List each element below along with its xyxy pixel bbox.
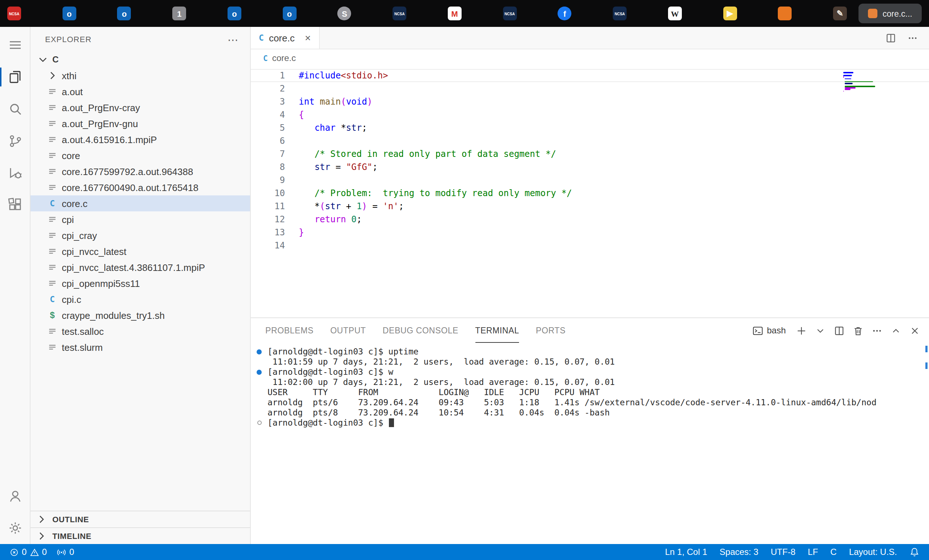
- editor-tab-core-c[interactable]: C core.c ×: [251, 27, 319, 49]
- tree-item-xthi[interactable]: xthi: [31, 67, 250, 84]
- browser-tab-ncsa-red[interactable]: NCSA: [7, 6, 21, 20]
- tree-item-core[interactable]: core: [31, 147, 250, 164]
- panel-tab-output[interactable]: OUTPUT: [330, 318, 366, 343]
- minimap[interactable]: [843, 72, 888, 94]
- file-label: cpi_cray: [62, 230, 97, 241]
- browser-tab-ncsa-shield-1[interactable]: NCSA: [392, 6, 406, 20]
- browser-tab-pencil-site[interactable]: ✎: [833, 6, 847, 20]
- shell-file-icon: $: [46, 310, 59, 320]
- tree-item-cpi_nvcc_latest[interactable]: cpi_nvcc_latest: [31, 243, 250, 259]
- kill-terminal-trash-icon[interactable]: [853, 325, 863, 336]
- browser-tab-ncsa-shield-3[interactable]: NCSA: [613, 6, 627, 20]
- sidebar-section-outline[interactable]: OUTLINE: [31, 511, 250, 527]
- tree-item-a.out_PrgEnv-gnu[interactable]: a.out_PrgEnv-gnu: [31, 115, 250, 132]
- explorer-more-icon[interactable]: ⋯: [227, 34, 238, 45]
- terminal[interactable]: [arnoldg@dt-login03 c]$ uptime 11:01:59 …: [251, 343, 929, 544]
- browser-tab-ncsa-shield-2[interactable]: NCSA: [503, 6, 517, 20]
- panel-tab-terminal[interactable]: TERMINAL: [475, 318, 519, 343]
- browser-tab-outlook-1[interactable]: o: [62, 6, 76, 20]
- panel-tab-ports[interactable]: PORTS: [536, 318, 566, 343]
- tree-item-cpi_cray[interactable]: cpi_cray: [31, 227, 250, 243]
- breadcrumb[interactable]: C core.c: [251, 49, 929, 67]
- tree-item-cpi[interactable]: cpi: [31, 211, 250, 227]
- browser-tab-wikipedia[interactable]: W: [668, 6, 682, 20]
- panel-tab-debug-console[interactable]: DEBUG CONSOLE: [383, 318, 458, 343]
- browser-tab-numbered-1[interactable]: 1: [172, 6, 186, 20]
- panel-more-icon[interactable]: [872, 325, 883, 336]
- tree-item-test.slurm[interactable]: test.slurm: [31, 339, 250, 355]
- close-icon[interactable]: ×: [305, 33, 311, 43]
- tree-item-test.salloc[interactable]: test.salloc: [31, 323, 250, 339]
- file-label: xthi: [62, 70, 76, 81]
- split-terminal-icon[interactable]: [834, 325, 845, 336]
- code-line: 10 /* Problem: trying to modify read onl…: [251, 187, 929, 200]
- app-root: NCSAoo1ooSNCSAMNCSAfNCSAW▶✎ core.c...: [0, 0, 929, 560]
- line-number: 9: [251, 174, 285, 187]
- settings-gear-icon[interactable]: [0, 512, 30, 544]
- file-label: a.out.4.615916.1.mpiP: [62, 134, 157, 145]
- tree-item-core.c[interactable]: Ccore.c: [31, 195, 250, 211]
- tree-item-core.1677599792.a.out.964388[interactable]: core.1677599792.a.out.964388: [31, 164, 250, 179]
- command-decoration-icon[interactable]: [257, 369, 262, 375]
- extensions-icon[interactable]: [0, 189, 30, 221]
- editor-more-icon[interactable]: [907, 32, 918, 43]
- code-editor[interactable]: 1#include<stdio.h>23int main(void)4{5 ch…: [251, 67, 929, 317]
- account-icon[interactable]: [0, 480, 30, 512]
- error-icon: [9, 547, 19, 557]
- ports-count: 0: [69, 547, 74, 557]
- chevron-down-icon[interactable]: [815, 325, 826, 336]
- active-tab-favicon: [868, 9, 877, 18]
- browser-tab-facebook[interactable]: f: [558, 6, 572, 20]
- browser-tab-outlook-4[interactable]: o: [282, 6, 296, 20]
- browser-tab-outlook-2[interactable]: o: [117, 6, 131, 20]
- source-control-icon[interactable]: [0, 125, 30, 157]
- tree-item-cpi_openmpi5ss11[interactable]: cpi_openmpi5ss11: [31, 275, 250, 291]
- radio-tower-icon: [57, 547, 66, 557]
- maximize-panel-chevron-up-icon[interactable]: [891, 325, 901, 336]
- tree-item-cpi_nvcc_latest.4.3861107.1.mpiP[interactable]: cpi_nvcc_latest.4.3861107.1.mpiP: [31, 259, 250, 275]
- status-item-utf-8[interactable]: UTF-8: [771, 547, 796, 557]
- browser-tab-outlook-3[interactable]: o: [227, 6, 241, 20]
- status-item-layout[interactable]: Layout: U.S.: [849, 547, 897, 557]
- notifications-bell-icon[interactable]: [909, 547, 920, 557]
- tree-item-a.out_PrgEnv-cray[interactable]: a.out_PrgEnv-cray: [31, 99, 250, 115]
- close-panel-icon[interactable]: [909, 325, 920, 336]
- panel-actions: bash: [752, 325, 920, 336]
- browser-tab-s-site[interactable]: S: [338, 6, 351, 20]
- new-terminal-icon[interactable]: [796, 325, 807, 336]
- command-decoration-icon[interactable]: [257, 421, 261, 425]
- shell-selector[interactable]: bash: [752, 325, 786, 336]
- line-number: 7: [251, 147, 285, 161]
- tree-item-core.1677600490.a.out.1765418[interactable]: core.1677600490.a.out.1765418: [31, 179, 250, 195]
- tree-item-craype_modules_try1.sh[interactable]: $craype_modules_try1.sh: [31, 307, 250, 323]
- tree-item-a.out[interactable]: a.out: [31, 84, 250, 99]
- code-line: 14: [251, 239, 929, 252]
- browser-tab-media-site[interactable]: ▶: [723, 6, 737, 20]
- command-decoration-icon[interactable]: [257, 349, 262, 354]
- file-icon: [46, 278, 59, 288]
- problems-status[interactable]: 0 0: [9, 547, 47, 557]
- code-lines: 1#include<stdio.h>23int main(void)4{5 ch…: [251, 69, 929, 252]
- status-item-spaces[interactable]: Spaces: 3: [720, 547, 759, 557]
- terminal-line: 11:01:59 up 7 days, 21:21, 2 users, load…: [251, 357, 929, 367]
- c-file-icon: C: [46, 294, 59, 304]
- search-icon[interactable]: [0, 93, 30, 125]
- panel-tab-problems[interactable]: PROBLEMS: [265, 318, 314, 343]
- status-item-lf[interactable]: LF: [808, 547, 818, 557]
- status-item-c[interactable]: C: [831, 547, 837, 557]
- browser-tab-flame-site[interactable]: [778, 6, 792, 20]
- status-item-ln[interactable]: Ln 1, Col 1: [665, 547, 707, 557]
- split-editor-icon[interactable]: [885, 32, 896, 43]
- file-label: a.out: [62, 86, 83, 97]
- browser-tab-gmail[interactable]: M: [448, 6, 461, 20]
- menu-icon[interactable]: [0, 29, 30, 61]
- sidebar-explorer: EXPLORER ⋯ Cxthia.outa.out_PrgEnv-craya.…: [31, 27, 251, 544]
- tree-root-folder[interactable]: C: [31, 52, 250, 67]
- ports-status[interactable]: 0: [57, 547, 74, 557]
- tree-item-cpi.c[interactable]: Ccpi.c: [31, 291, 250, 307]
- run-debug-icon[interactable]: [0, 157, 30, 189]
- sidebar-section-timeline[interactable]: TIMELINE: [31, 527, 250, 544]
- browser-active-tab[interactable]: core.c...: [858, 4, 922, 23]
- explorer-icon[interactable]: [0, 61, 30, 93]
- tree-item-a.out.4.615916.1.mpiP[interactable]: a.out.4.615916.1.mpiP: [31, 132, 250, 147]
